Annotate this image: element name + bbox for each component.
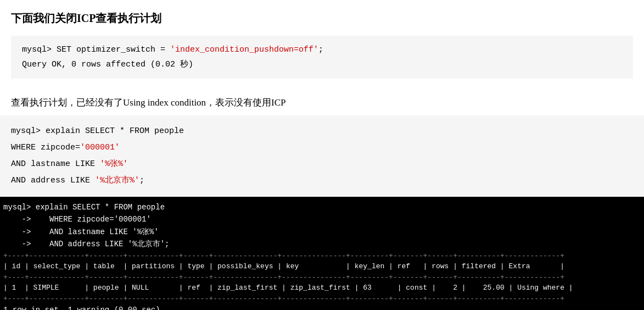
prompt-1: mysql> (22, 45, 57, 54)
explain-line4: AND address LIKE '%北京市%'; (11, 173, 633, 189)
explain-line2: WHERE zipcode='000001' (11, 140, 633, 156)
terminal-data-row: | 1 | SIMPLE | people | NULL | ref | zip… (3, 283, 641, 294)
set-end: ; (318, 45, 323, 54)
explain-end: ; (139, 176, 144, 185)
explain-address-indent: AND address LIKE (11, 176, 95, 185)
explain-lastname-string: '%张%' (100, 159, 128, 169)
description-section: 查看执行计划，已经没有了Using index condition，表示没有使用… (0, 91, 644, 115)
explain-lastname-indent: AND lastname LIKE (11, 159, 100, 169)
terminal-separator2: +----+-------------+--------+-----------… (3, 272, 641, 283)
terminal-footer: 1 row in set, 1 warning (0.00 sec) (3, 304, 641, 310)
terminal-separator1: +----+-------------+--------+-----------… (3, 251, 641, 262)
explain-zipcode-string: '000001' (80, 143, 120, 152)
explain-where-indent: WHERE zipcode= (11, 143, 80, 152)
terminal-separator3: +----+-------------+--------+-----------… (3, 294, 641, 305)
terminal-section: mysql> explain SELECT * FROM people -> W… (0, 197, 644, 310)
terminal-cmd-line2: -> WHERE zipcode='000001' (3, 213, 641, 225)
explain-line1: mysql> explain SELECT * FROM people (11, 123, 633, 140)
set-query-line1: mysql> SET optimizer_switch = 'index_con… (22, 42, 622, 57)
explain-code: explain SELECT * FROM people (46, 126, 184, 136)
white-section-top: 下面我们关闭ICP查看执行计划 mysql> SET optimizer_swi… (0, 0, 644, 91)
explain-prompt: mysql> (11, 126, 46, 136)
terminal-cmd-line3: -> AND lastname LIKE '%张%' (3, 226, 641, 238)
set-query-block: mysql> SET optimizer_switch = 'index_con… (11, 36, 633, 79)
explain-line3: AND lastname LIKE '%张%' (11, 156, 633, 173)
terminal-cmd-line1: mysql> explain SELECT * FROM people (3, 201, 641, 213)
set-query-line2: Query OK, 0 rows affected (0.02 秒) (22, 57, 622, 72)
terminal-cmd-line4: -> AND address LIKE '%北京市'; (3, 238, 641, 250)
terminal-header: | id | select_type | table | partitions … (3, 261, 641, 272)
explain-address-string: '%北京市%' (95, 176, 139, 185)
set-code: SET optimizer_switch = (57, 45, 170, 54)
explain-block: mysql> explain SELECT * FROM people WHER… (0, 115, 644, 197)
set-string: 'index_condition_pushdown=off' (170, 45, 318, 54)
heading: 下面我们关闭ICP查看执行计划 (11, 11, 633, 26)
